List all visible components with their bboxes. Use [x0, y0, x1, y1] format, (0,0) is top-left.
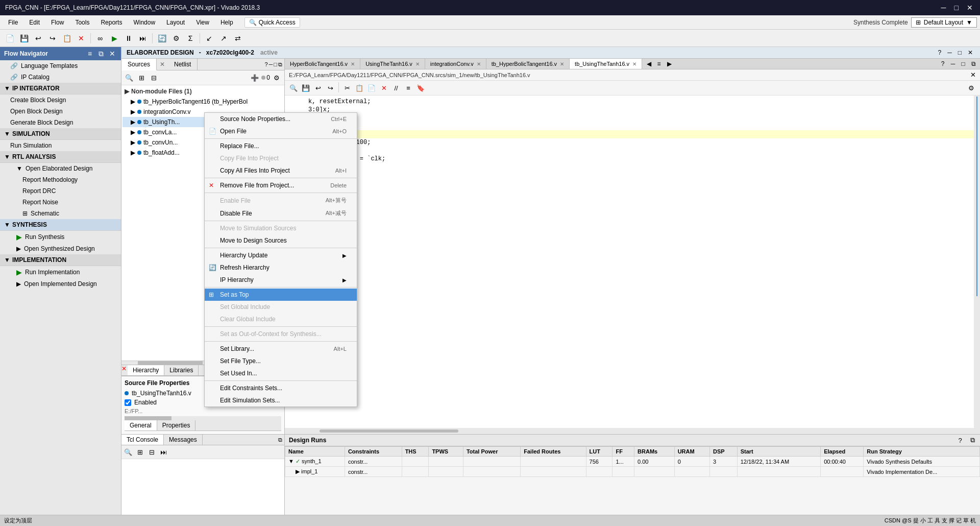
console-next-btn[interactable]: ⏭ — [158, 446, 169, 458]
editor-format-btn[interactable]: ≡ — [403, 82, 414, 93]
menu-layout[interactable]: Layout — [161, 17, 190, 28]
sources-collapse-btn[interactable]: ⊟ — [148, 72, 159, 83]
ctx-replace-file[interactable]: Replace File... — [205, 140, 357, 152]
ctx-open-file[interactable]: 📄 Open File Alt+O — [205, 125, 357, 137]
ctx-refresh-hierarchy[interactable]: 🔄 Refresh Hierarchy — [205, 261, 357, 274]
editor-tab-4[interactable]: tb_HyperBolicTangent16.v ✕ — [486, 59, 570, 69]
menu-window[interactable]: Window — [128, 17, 160, 28]
tab-prev-btn[interactable]: ◀ — [644, 59, 653, 68]
ctx-move-to-design[interactable]: Move to Design Sources — [205, 234, 357, 247]
sources-min-btn[interactable]: ─ — [269, 61, 273, 67]
editor-undo-btn[interactable]: ↩ — [312, 82, 324, 93]
editor-delete-btn[interactable]: ✕ — [378, 82, 389, 93]
editor-tab-1[interactable]: HyperBolicTangent16.v ✕ — [285, 59, 360, 69]
flow-nav-float-btn[interactable]: ⧉ — [96, 49, 106, 58]
ctx-set-file-type[interactable]: Set File Type... — [205, 355, 357, 367]
ctx-edit-constraints[interactable]: Edit Constraints Sets... — [205, 382, 357, 394]
sources-float-btn[interactable]: ⧉ — [278, 61, 282, 68]
editor-tab-5-active[interactable]: tb_UsingTheTanh16.v ✕ — [570, 59, 642, 69]
toolbar-stop-btn[interactable]: ⏭ — [136, 32, 150, 45]
editor-paste-btn[interactable]: 📄 — [366, 82, 377, 93]
nav-item-create-block-design[interactable]: Create Block Design — [0, 94, 121, 106]
console-float-btn[interactable]: ⧉ — [278, 435, 282, 445]
toolbar-delete-btn[interactable]: ✕ — [75, 32, 88, 45]
expand-arrow2[interactable]: ▶ — [296, 468, 300, 474]
tab-tcl-console[interactable]: Tcl Console — [121, 435, 164, 445]
ctx-set-used-in[interactable]: Set Used In... — [205, 367, 357, 379]
editor-cut-btn[interactable]: ✂ — [341, 82, 353, 93]
nav-section-implementation[interactable]: ▼ IMPLEMENTATION — [0, 254, 121, 266]
sources-max-btn[interactable]: □ — [274, 61, 277, 67]
ctx-ip-hierarchy[interactable]: IP Hierarchy ▶ — [205, 274, 357, 286]
ctx-copy-all-files[interactable]: Copy All Files Into Project Alt+I — [205, 164, 357, 177]
tab-list-btn[interactable]: ≡ — [654, 59, 664, 68]
toolbar-run-btn[interactable]: ▶ — [108, 32, 121, 45]
editor-search-btn[interactable]: 🔍 — [288, 82, 299, 93]
toolbar-inout-btn[interactable]: ⇄ — [231, 32, 244, 45]
tab-messages[interactable]: Messages — [164, 435, 203, 445]
editor-min-btn[interactable]: ─ — [948, 59, 958, 68]
nav-item-open-elaborated-design[interactable]: ▼ Open Elaborated Design — [0, 163, 121, 174]
close-button[interactable]: ✕ — [965, 4, 975, 12]
nav-item-run-implementation[interactable]: ▶ Run Implementation — [0, 266, 121, 278]
nav-item-open-block-design[interactable]: Open Block Design — [0, 106, 121, 117]
nav-item-run-synthesis[interactable]: ▶ Run Synthesis — [0, 231, 121, 243]
runs-float-btn[interactable]: ⧉ — [967, 435, 978, 446]
quick-access-box[interactable]: 🔍 Quick Access — [244, 17, 300, 28]
layout-dropdown[interactable]: ⊞ Default Layout ▼ — [911, 17, 977, 28]
ctx-hierarchy-update[interactable]: Hierarchy Update ▶ — [205, 249, 357, 261]
elab-minimize-btn[interactable]: ─ — [945, 49, 954, 56]
runs-help-btn[interactable]: ? — [954, 435, 966, 446]
editor-comment-btn[interactable]: // — [390, 82, 402, 93]
toolbar-sigma-btn[interactable]: Σ — [184, 32, 197, 45]
nav-section-synthesis[interactable]: ▼ SYNTHESIS — [0, 219, 121, 231]
sources-expand-btn[interactable]: ⊞ — [136, 72, 147, 83]
toolbar-redo-btn[interactable]: ↪ — [46, 32, 59, 45]
tab3-close-btn[interactable]: ✕ — [477, 61, 481, 67]
nav-item-report-noise[interactable]: Report Noise — [0, 197, 121, 208]
menu-tools[interactable]: Tools — [70, 17, 94, 28]
nav-item-schematic[interactable]: ⊞ Schematic — [0, 208, 121, 219]
nav-item-report-drc[interactable]: Report DRC — [0, 185, 121, 197]
sources-settings-btn[interactable]: ⚙ — [271, 72, 282, 83]
nav-item-language-templates[interactable]: 🔗 Language Templates — [0, 60, 121, 71]
nav-item-open-implemented-design[interactable]: ▶ Open Implemented Design — [0, 278, 121, 290]
tab-properties[interactable]: Properties — [157, 420, 196, 431]
maximize-button[interactable]: □ — [952, 4, 961, 12]
nav-item-report-methodology[interactable]: Report Methodology — [0, 174, 121, 185]
editor-redo-btn[interactable]: ↪ — [325, 82, 336, 93]
ctx-edit-simulation[interactable]: Edit Simulation Sets... — [205, 394, 357, 407]
tab-sources[interactable]: Sources — [121, 59, 157, 70]
nav-item-run-simulation[interactable]: Run Simulation — [0, 140, 121, 151]
editor-tab-3[interactable]: integrationConv.v ✕ — [425, 59, 486, 69]
editor-copy-btn[interactable]: 📋 — [354, 82, 365, 93]
toolbar-output-btn[interactable]: ↗ — [217, 32, 230, 45]
tab5-close-btn[interactable]: ✕ — [632, 61, 636, 67]
editor-float-btn[interactable]: ⧉ — [969, 59, 978, 68]
ctx-remove-file[interactable]: ✕ Remove File from Project... Delete — [205, 179, 357, 192]
toolbar-undo-btn[interactable]: ↩ — [32, 32, 45, 45]
editor-help-btn[interactable]: ? — [938, 59, 947, 68]
nav-section-ip-integrator[interactable]: ▼ IP INTEGRATOR — [0, 83, 121, 94]
ctx-disable-file[interactable]: Disable File Alt+减号 — [205, 207, 357, 220]
tab4-close-btn[interactable]: ✕ — [560, 61, 564, 67]
menu-reports[interactable]: Reports — [95, 17, 127, 28]
toolbar-new-btn[interactable]: 📄 — [3, 32, 16, 45]
toolbar-input-btn[interactable]: ↙ — [203, 32, 216, 45]
menu-view[interactable]: View — [191, 17, 214, 28]
editor-max-btn[interactable]: □ — [959, 59, 968, 68]
non-module-files-header[interactable]: ▶ Non-module Files (1) — [122, 86, 283, 97]
toolbar-save-btn[interactable]: 💾 — [17, 32, 31, 45]
editor-bookmark-btn[interactable]: 🔖 — [415, 82, 426, 93]
code-editor[interactable]: k, resetExternal; 3:0]x; 63:0]Output; in… — [285, 95, 974, 428]
toolbar-connect-btn[interactable]: ∞ — [93, 32, 107, 45]
editor-tab-2[interactable]: UsingTheTanh16.v ✕ — [360, 59, 425, 69]
sources-search-btn[interactable]: 🔍 — [124, 72, 135, 83]
toolbar-refresh-btn[interactable]: 🔄 — [155, 32, 168, 45]
tab-general[interactable]: General — [125, 420, 157, 431]
minimize-button[interactable]: ─ — [939, 4, 948, 12]
menu-flow[interactable]: Flow — [46, 17, 69, 28]
hier-close-btn[interactable]: ✕ — [121, 365, 127, 375]
sources-close-btn[interactable]: ✕ — [157, 61, 168, 68]
sources-help-btn[interactable]: ? — [264, 61, 267, 67]
